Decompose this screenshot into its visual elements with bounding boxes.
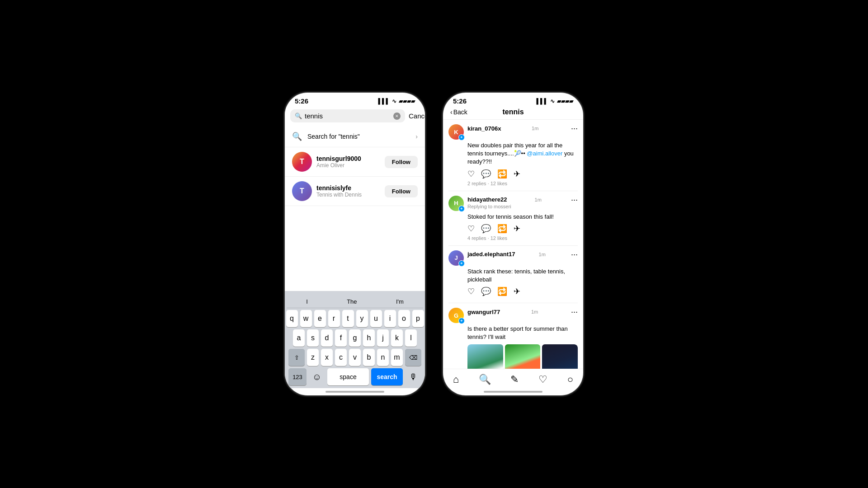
like-icon-1[interactable]: ♡ xyxy=(467,224,475,234)
key-e[interactable]: e xyxy=(314,310,326,327)
search-for-text: Search for "tennis" xyxy=(307,133,410,140)
post-top-line-0: kiran_0706x 1m ··· xyxy=(467,124,578,132)
signal-icon: ▌▌▌ xyxy=(378,98,390,104)
cancel-button[interactable]: Cancel xyxy=(409,112,425,120)
comment-icon-2[interactable]: 💬 xyxy=(481,286,491,296)
key-s[interactable]: s xyxy=(307,329,319,347)
key-b[interactable]: b xyxy=(363,349,375,366)
key-123[interactable]: 123 xyxy=(288,368,307,385)
username-0: tennisgurl9000 xyxy=(316,155,380,162)
suggestion-0[interactable]: I xyxy=(302,297,311,306)
key-n[interactable]: n xyxy=(377,349,389,366)
back-button[interactable]: ‹ Back xyxy=(450,108,467,116)
post-plus-2[interactable]: + xyxy=(458,260,465,267)
comment-icon-1[interactable]: 💬 xyxy=(481,224,491,234)
nav-home-icon[interactable]: ⌂ xyxy=(453,374,459,385)
follow-button-1[interactable]: Follow xyxy=(385,185,418,197)
follow-button-0[interactable]: Follow xyxy=(385,156,418,168)
right-phone-content: ‹ Back tennis K + kiran_0706x 1m xyxy=(443,107,583,395)
post-actions-0: ♡ 💬 🔁 ✈ xyxy=(467,169,578,179)
right-time: 5:26 xyxy=(453,97,467,105)
search-input[interactable] xyxy=(305,112,391,120)
results-title: tennis xyxy=(502,108,524,116)
post-actions-1: ♡ 💬 🔁 ✈ xyxy=(467,224,578,234)
emoji-icon[interactable]: ☺ xyxy=(309,372,325,382)
suggestion-1[interactable]: The xyxy=(343,297,360,306)
repost-icon-0[interactable]: 🔁 xyxy=(497,169,507,179)
search-input-wrap[interactable]: 🔍 ✕ xyxy=(290,109,405,122)
post-username-3: gwangurl77 xyxy=(467,309,500,315)
user-info-1: tennisislyfe Tennis with Dennis xyxy=(316,184,380,198)
key-space[interactable]: space xyxy=(327,368,369,385)
post-username-0: kiran_0706x xyxy=(467,125,501,132)
key-i[interactable]: i xyxy=(384,310,396,327)
repost-icon-2[interactable]: 🔁 xyxy=(497,286,507,296)
key-delete[interactable]: ⌫ xyxy=(405,349,421,366)
nav-heart-icon[interactable]: ♡ xyxy=(538,374,547,385)
nav-compose-icon[interactable]: ✎ xyxy=(510,374,519,385)
post-more-3[interactable]: ··· xyxy=(571,308,578,316)
nav-search-icon[interactable]: 🔍 xyxy=(479,374,491,385)
user-bio-0: Amie Oliver xyxy=(316,162,380,169)
key-m[interactable]: m xyxy=(391,349,403,366)
repost-icon-1[interactable]: 🔁 xyxy=(497,224,507,234)
like-icon-2[interactable]: ♡ xyxy=(467,286,475,296)
back-chevron-icon: ‹ xyxy=(450,108,453,116)
post-more-2[interactable]: ··· xyxy=(571,250,578,258)
post-plus-1[interactable]: + xyxy=(458,206,465,212)
signal-icon: ▌▌▌ xyxy=(536,98,548,104)
key-t[interactable]: t xyxy=(342,310,354,327)
post-reply-to-1: Replying to mosseri xyxy=(467,204,578,209)
key-u[interactable]: u xyxy=(370,310,382,327)
key-w[interactable]: w xyxy=(300,310,312,327)
key-d[interactable]: d xyxy=(321,329,333,347)
clear-button[interactable]: ✕ xyxy=(393,113,401,120)
nav-profile-icon[interactable]: ○ xyxy=(567,374,573,385)
key-x[interactable]: x xyxy=(321,349,333,366)
key-v[interactable]: v xyxy=(349,349,361,366)
post-time-2: 1m xyxy=(539,252,546,257)
keyboard-row-1: q w e r t y u i o p xyxy=(287,310,423,327)
key-p[interactable]: p xyxy=(412,310,424,327)
key-h[interactable]: h xyxy=(363,329,375,347)
post-username-2: jaded.elephant17 xyxy=(467,251,515,258)
key-o[interactable]: o xyxy=(398,310,410,327)
key-search[interactable]: search xyxy=(371,368,403,385)
share-icon-2[interactable]: ✈ xyxy=(514,286,520,296)
search-bar-row: 🔍 ✕ Cancel xyxy=(285,107,425,126)
post-time-1: 1m xyxy=(535,197,542,202)
suggestion-2[interactable]: I'm xyxy=(392,297,407,306)
post-plus-3[interactable]: + xyxy=(458,318,465,324)
post-username-1: hidayathere22 xyxy=(467,196,507,203)
key-k[interactable]: k xyxy=(391,329,403,347)
keyboard-row-3: ⇧ z x c v b n m ⌫ xyxy=(287,349,423,366)
right-status-icons: ▌▌▌ ∿ ▰▰▰▰ xyxy=(536,98,573,104)
share-icon-1[interactable]: ✈ xyxy=(514,224,520,234)
comment-icon-0[interactable]: 💬 xyxy=(481,169,491,179)
user-avatar-0: T xyxy=(292,152,312,172)
key-l[interactable]: l xyxy=(405,329,417,347)
search-for-row[interactable]: 🔍 Search for "tennis" › xyxy=(285,126,425,147)
bottom-nav: ⌂ 🔍 ✎ ♡ ○ xyxy=(443,369,583,388)
wifi-icon: ∿ xyxy=(550,98,555,104)
key-g[interactable]: g xyxy=(349,329,361,347)
post-item-2: J + jaded.elephant17 1m ··· Stack rank t… xyxy=(448,246,578,303)
key-c[interactable]: c xyxy=(335,349,347,366)
post-more-1[interactable]: ··· xyxy=(571,196,578,204)
key-f[interactable]: f xyxy=(335,329,347,347)
key-r[interactable]: r xyxy=(328,310,340,327)
share-icon-0[interactable]: ✈ xyxy=(514,169,520,179)
like-icon-0[interactable]: ♡ xyxy=(467,169,475,179)
search-for-icon: 🔍 xyxy=(292,131,302,141)
key-z[interactable]: z xyxy=(307,349,319,366)
post-plus-0[interactable]: + xyxy=(458,134,465,141)
microphone-icon[interactable]: 🎙 xyxy=(405,372,421,382)
key-shift[interactable]: ⇧ xyxy=(288,349,305,366)
post-more-0[interactable]: ··· xyxy=(571,124,578,132)
post-header-0: K + kiran_0706x 1m ··· xyxy=(448,124,578,140)
key-j[interactable]: j xyxy=(377,329,389,347)
key-a[interactable]: a xyxy=(293,329,305,347)
post-meta-2: jaded.elephant17 1m ··· xyxy=(467,250,578,258)
key-y[interactable]: y xyxy=(356,310,368,327)
key-q[interactable]: q xyxy=(286,310,298,327)
